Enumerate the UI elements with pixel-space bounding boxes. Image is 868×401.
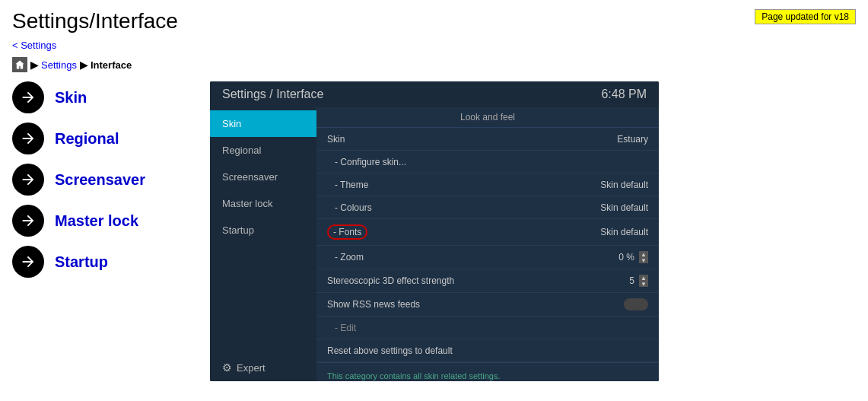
screenshot-panel: Settings / Interface 6:48 PM Skin Region… — [210, 81, 659, 381]
breadcrumb-settings[interactable]: Settings — [41, 59, 77, 71]
scr-row-rss: Show RSS news feeds — [316, 293, 659, 317]
nav-arrow-skin — [12, 81, 44, 113]
nav-label-master-lock: Master lock — [55, 212, 138, 230]
breadcrumb-sep1: ▶ — [30, 59, 38, 71]
scr-row-zoom-group: 0 % ▲ ▼ — [618, 251, 648, 263]
scr-sidebar-expert[interactable]: ⚙ Expert — [210, 354, 316, 381]
scr-footer-note: This category contains all skin related … — [327, 371, 500, 380]
scr-row-value-theme: Skin default — [600, 180, 648, 190]
version-badge: Page updated for v18 — [755, 9, 856, 24]
scr-row-label-edit: - Edit — [327, 323, 356, 333]
scr-row-fonts[interactable]: - Fonts Skin default — [316, 219, 659, 246]
scr-row-label-stereo: Stereoscopic 3D effect strength — [327, 275, 454, 286]
nav-arrow-regional — [12, 123, 44, 154]
main-content: Skin Regional Screensaver Master lock St… — [0, 81, 868, 381]
scr-sidebar-screensaver[interactable]: Screensaver — [210, 164, 316, 190]
scr-row-value-fonts: Skin default — [600, 227, 648, 237]
scr-footer: This category contains all skin related … — [316, 362, 659, 381]
nav-item-regional[interactable]: Regional — [12, 123, 180, 154]
zoom-down-btn[interactable]: ▼ — [639, 257, 648, 263]
back-link[interactable]: < Settings — [0, 37, 68, 54]
scr-row-colours: - Colours Skin default — [316, 196, 659, 219]
scr-time: 6:48 PM — [601, 88, 647, 101]
scr-sidebar-regional[interactable]: Regional — [210, 137, 316, 164]
scr-row-value-skin: Estuary — [617, 134, 648, 145]
nav-arrow-startup — [12, 246, 44, 278]
scr-row-label-configure: - Configure skin... — [327, 157, 406, 167]
nav-arrow-screensaver — [12, 164, 44, 196]
scr-main: Look and feel Skin Estuary - Configure s… — [316, 107, 659, 381]
scr-row-edit: - Edit — [316, 317, 659, 339]
scr-sidebar: Skin Regional Screensaver Master lock St… — [210, 107, 316, 381]
expert-label: Expert — [237, 362, 265, 374]
scr-row-zoom: - Zoom 0 % ▲ ▼ — [316, 246, 659, 269]
page-header: Settings/Interface Page updated for v18 — [0, 0, 868, 37]
nav-item-startup[interactable]: Startup — [12, 246, 180, 278]
scr-row-value-zoom: 0 % — [618, 252, 634, 263]
nav-item-master-lock[interactable]: Master lock — [12, 205, 180, 237]
nav-arrow-master-lock — [12, 205, 44, 237]
nav-label-startup: Startup — [55, 253, 108, 271]
scr-row-label-theme: - Theme — [327, 180, 368, 190]
scr-sidebar-master-lock[interactable]: Master lock — [210, 190, 316, 217]
scr-title: Settings / Interface — [222, 88, 323, 101]
scr-row-label-rss: Show RSS news feeds — [327, 299, 420, 310]
scr-row-value-colours: Skin default — [600, 202, 648, 213]
rss-toggle[interactable] — [624, 298, 648, 310]
breadcrumb: ▶ Settings ▶ Interface — [0, 54, 868, 81]
scr-sidebar-startup[interactable]: Startup — [210, 217, 316, 243]
stereo-spinner[interactable]: ▲ ▼ — [639, 275, 648, 287]
scr-row-configure: - Configure skin... — [316, 151, 659, 173]
breadcrumb-current: Interface — [91, 59, 132, 71]
breadcrumb-sep2: ▶ — [80, 59, 87, 71]
scr-sidebar-skin[interactable]: Skin — [210, 110, 316, 137]
nav-item-skin[interactable]: Skin — [12, 81, 180, 113]
scr-row-label-fonts: - Fonts — [327, 224, 367, 240]
scr-body: Skin Regional Screensaver Master lock St… — [210, 107, 659, 381]
page-title: Settings/Interface — [12, 9, 178, 33]
scr-header: Settings / Interface 6:48 PM — [210, 81, 659, 107]
scr-row-label-zoom: - Zoom — [327, 252, 364, 263]
nav-item-screensaver[interactable]: Screensaver — [12, 164, 180, 196]
scr-row-stereo: Stereoscopic 3D effect strength 5 ▲ ▼ — [316, 269, 659, 293]
scr-row-value-stereo: 5 — [629, 275, 634, 286]
scr-row-skin: Skin Estuary — [316, 128, 659, 151]
scr-section-header: Look and feel — [316, 107, 659, 128]
scr-row-label-reset: Reset above settings to default — [327, 345, 453, 356]
gear-icon: ⚙ — [222, 361, 232, 374]
scr-row-label-skin: Skin — [327, 134, 345, 145]
home-icon[interactable] — [12, 57, 27, 72]
scr-row-label-colours: - Colours — [327, 202, 372, 213]
stereo-down-btn[interactable]: ▼ — [639, 281, 648, 287]
scr-row-stereo-group: 5 ▲ ▼ — [629, 275, 648, 287]
left-nav: Skin Regional Screensaver Master lock St… — [12, 81, 180, 381]
nav-label-skin: Skin — [55, 89, 87, 107]
nav-label-regional: Regional — [55, 130, 119, 148]
scr-row-reset[interactable]: Reset above settings to default — [316, 339, 659, 362]
scr-row-theme: - Theme Skin default — [316, 173, 659, 196]
zoom-spinner[interactable]: ▲ ▼ — [639, 251, 648, 263]
nav-label-screensaver: Screensaver — [55, 171, 145, 189]
